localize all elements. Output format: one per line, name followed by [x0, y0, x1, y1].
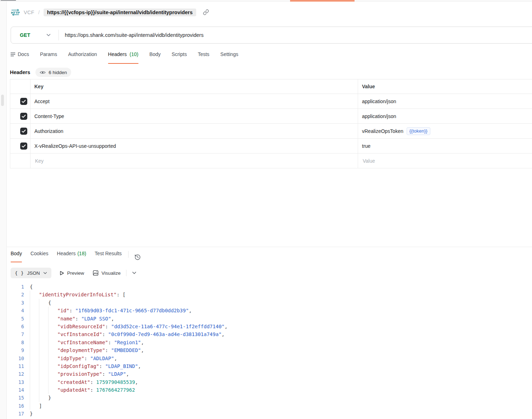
- line-number: 5: [7, 315, 24, 323]
- table-row: Authorization vRealizeOpsToken {{token}}: [10, 124, 532, 139]
- line-number: 12: [7, 370, 24, 378]
- new-value-input[interactable]: [362, 158, 516, 164]
- variable-chip[interactable]: {{token}}: [407, 127, 430, 135]
- tab-label: Tests: [198, 51, 209, 57]
- indent-guide: [30, 346, 39, 354]
- response-tab-body[interactable]: Body: [11, 251, 22, 263]
- header-value-cell[interactable]: true: [358, 139, 532, 153]
- header-value-text: vRealizeOpsToken: [362, 128, 403, 134]
- header-value-cell[interactable]: application/json: [358, 109, 532, 123]
- request-title[interactable]: https://{{vcfops-ip}}/suite-api/internal…: [44, 9, 196, 16]
- indent-guide: [39, 339, 48, 346]
- method-selector[interactable]: GET: [11, 30, 59, 40]
- divider: [126, 270, 126, 276]
- svg-text:HTTP: HTTP: [11, 11, 20, 15]
- image-icon: [93, 270, 98, 276]
- indent-guide: [30, 307, 39, 314]
- hidden-headers-toggle[interactable]: 6 hidden: [35, 68, 71, 77]
- response-tab-test-results[interactable]: Test Results: [95, 251, 121, 263]
- indent-guide: [30, 339, 39, 346]
- header-key-cell[interactable]: X-vRealizeOps-API-use-unsupported: [30, 139, 358, 153]
- indent-guide: [30, 323, 39, 330]
- code-line: 17}: [7, 410, 532, 418]
- row-checkbox[interactable]: [20, 128, 27, 135]
- divider: [128, 251, 129, 258]
- header-key-cell[interactable]: Authorization: [30, 124, 358, 138]
- link-icon[interactable]: [203, 9, 209, 15]
- header-check-cell: [10, 79, 30, 94]
- format-selector[interactable]: { } JSON: [11, 268, 51, 278]
- line-number: 9: [7, 346, 24, 354]
- tab-body[interactable]: Body: [149, 51, 161, 64]
- tab-params[interactable]: Params: [40, 51, 57, 64]
- table-row: Accept application/json: [10, 94, 532, 109]
- line-number: 13: [7, 378, 24, 386]
- indent-guide: [48, 315, 57, 323]
- line-number: 2: [7, 291, 24, 298]
- indent-guide: [30, 330, 39, 338]
- line-number: 17: [7, 410, 24, 418]
- visualize-button[interactable]: Visualize: [93, 270, 121, 276]
- indent-guide: [39, 299, 48, 307]
- tab-label: Body: [149, 51, 161, 57]
- line-number: 1: [7, 283, 24, 291]
- row-checkbox[interactable]: [20, 113, 27, 120]
- code-line: 5"name": "LDAP SSO",: [7, 315, 532, 323]
- indent-guide: [48, 362, 57, 370]
- braces-icon: { }: [15, 270, 24, 276]
- tab-label: Settings: [220, 51, 238, 57]
- row-checkbox[interactable]: [20, 143, 27, 150]
- tab-label: Body: [11, 251, 22, 256]
- hidden-count-label: 6 hidden: [49, 70, 67, 75]
- code-line: 16]: [7, 402, 532, 410]
- code-line: 2"identityProviderInfoList": [: [7, 291, 532, 298]
- indent-guide: [48, 346, 57, 354]
- row-checkbox[interactable]: [20, 98, 27, 105]
- header-key-cell[interactable]: Content-Type: [30, 109, 358, 123]
- response-tab-headers[interactable]: Headers (18): [57, 251, 86, 263]
- history-icon[interactable]: [134, 251, 141, 263]
- tab-authorization[interactable]: Authorization: [68, 51, 97, 64]
- left-rail-scrollbar-thumb[interactable]: [1, 95, 4, 106]
- collection-name[interactable]: VCF: [24, 10, 34, 15]
- indent-guide: [39, 370, 48, 378]
- indent-guide: [39, 378, 48, 386]
- preview-button[interactable]: Preview: [60, 270, 84, 276]
- header-value-cell[interactable]: application/json: [358, 94, 532, 108]
- new-key-input[interactable]: [34, 158, 327, 164]
- tab-docs[interactable]: Docs: [11, 51, 29, 64]
- line-number: 8: [7, 339, 24, 346]
- indent-guide: [48, 370, 57, 378]
- indent-guide: [39, 307, 48, 314]
- tab-tests[interactable]: Tests: [198, 51, 209, 64]
- http-method-icon: HTTP: [11, 9, 20, 16]
- indent-guide: [39, 346, 48, 354]
- breadcrumb: HTTP VCF / https://{{vcfops-ip}}/suite-a…: [11, 7, 532, 17]
- indent-guide: [30, 362, 39, 370]
- url-bar: GET: [11, 27, 532, 44]
- indent-guide: [30, 291, 39, 298]
- chevron-down-icon[interactable]: [132, 272, 136, 274]
- indent-guide: [39, 315, 48, 323]
- headers-table: Key Value Accept application/json Conten…: [10, 79, 532, 168]
- line-number: 6: [7, 323, 24, 330]
- top-divider-dark-segment: [1, 0, 16, 1]
- code-line: 4"id": "1f6b9d03-fdc1-471c-9665-d77db0dd…: [7, 307, 532, 314]
- header-value-cell[interactable]: vRealizeOpsToken {{token}}: [358, 124, 532, 138]
- url-input[interactable]: [59, 32, 532, 38]
- response-panel: Body Cookies Headers (18) Test Results {…: [7, 247, 532, 418]
- code-line: 11"idpConfigTag": "LDAP_BIND",: [7, 362, 532, 370]
- response-tab-cookies[interactable]: Cookies: [30, 251, 49, 263]
- indent-guide: [48, 330, 57, 338]
- tab-settings[interactable]: Settings: [220, 51, 238, 64]
- line-number: 11: [7, 362, 24, 370]
- tab-scripts[interactable]: Scripts: [172, 51, 187, 64]
- menu-icon: [11, 52, 15, 56]
- tab-label: Headers: [108, 51, 127, 57]
- header-key-cell[interactable]: Accept: [30, 94, 358, 108]
- indent-guide: [48, 378, 57, 386]
- line-number: 7: [7, 330, 24, 338]
- request-panel: HTTP VCF / https://{{vcfops-ip}}/suite-a…: [7, 1, 532, 419]
- indent-guide: [39, 394, 48, 402]
- tab-headers[interactable]: Headers (10): [108, 51, 138, 64]
